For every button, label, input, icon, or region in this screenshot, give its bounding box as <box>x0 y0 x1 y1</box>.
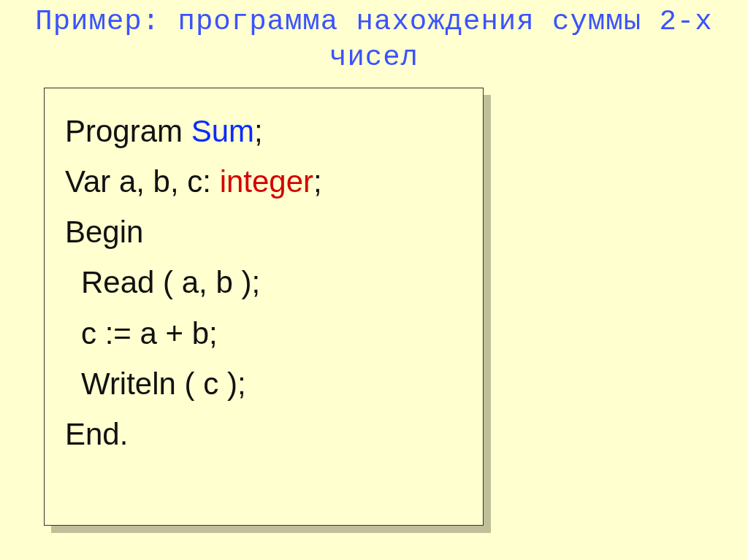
code-text: Read ( a, b ); <box>81 265 260 299</box>
code-box: Program Sum; Var a, b, c: integer; Begin… <box>44 88 484 526</box>
program-name: Sum <box>191 114 254 148</box>
code-text: ; <box>313 164 322 199</box>
code-line-6: Writeln ( c ); <box>65 358 462 409</box>
code-line-1: Program Sum; <box>65 106 462 156</box>
code-text: End. <box>65 417 128 451</box>
code-text: Begin <box>65 215 143 249</box>
code-block: Program Sum; Var a, b, c: integer; Begin… <box>44 88 484 526</box>
code-line-2: Var a, b, c: integer; <box>65 156 462 207</box>
slide-title: Пример: программа нахождения суммы 2-х ч… <box>0 0 748 83</box>
code-line-5: c := a + b; <box>65 308 462 358</box>
code-text: Program <box>65 114 191 148</box>
code-text: c := a + b; <box>81 316 218 350</box>
code-line-3: Begin <box>65 207 462 257</box>
code-line-7: End. <box>65 409 462 459</box>
type-keyword: integer <box>220 164 313 199</box>
code-line-4: Read ( a, b ); <box>65 257 462 307</box>
code-text: Writeln ( c ); <box>81 367 246 401</box>
code-text: ; <box>254 114 263 148</box>
code-text: Var a, b, c: <box>65 164 220 199</box>
